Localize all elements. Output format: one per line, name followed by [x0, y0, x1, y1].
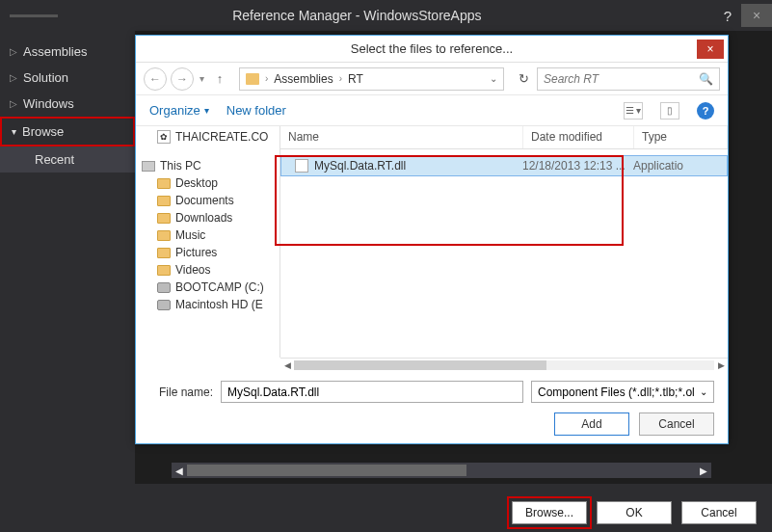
file-filter-dropdown[interactable]: Component Files (*.dll;*.tlb;*.ol ⌄	[531, 381, 714, 403]
caret-right-icon: ▷	[10, 72, 17, 83]
caret-right-icon: ▷	[10, 98, 17, 109]
sidebar-item-assemblies[interactable]: ▷ Assemblies	[0, 39, 135, 65]
file-list: Name Date modified Type MySql.Data.RT.dl…	[280, 126, 728, 358]
drive-icon	[157, 300, 171, 310]
outer-horizontal-scrollbar[interactable]: ◀ ▶	[172, 463, 711, 478]
view-options-button[interactable]: ☰ ▾	[624, 102, 643, 120]
sidebar-item-browse[interactable]: ▾ Browse	[0, 117, 135, 146]
horizontal-scrollbar[interactable]: ◀ ▶	[280, 358, 728, 371]
breadcrumb-segment[interactable]: RT	[348, 72, 363, 86]
folder-icon	[157, 248, 171, 258]
reference-sidebar: ▷ Assemblies ▷ Solution ▷ Windows ▾ Brow…	[0, 31, 135, 484]
file-name: MySql.Data.RT.dll	[314, 159, 522, 173]
chevron-right-icon: ›	[265, 73, 268, 84]
search-icon[interactable]: 🔍	[699, 72, 713, 86]
scroll-right-icon[interactable]: ▶	[696, 466, 711, 476]
file-type: Applicatio	[633, 159, 683, 173]
scroll-left-icon[interactable]: ◀	[280, 360, 294, 370]
chevron-down-icon: ⌄	[700, 386, 707, 397]
tree-item-music[interactable]: Music	[136, 226, 280, 244]
dialog-footer: File name: Component Files (*.dll;*.tlb;…	[136, 371, 728, 445]
file-row[interactable]: MySql.Data.RT.dll 12/18/2013 12:13 ... A…	[280, 155, 728, 176]
dialog-help-button[interactable]: ?	[697, 102, 714, 120]
file-icon	[295, 159, 308, 173]
scroll-thumb[interactable]	[294, 360, 546, 370]
breadcrumb-bar[interactable]: › Assemblies › RT ⌄	[239, 67, 504, 91]
folder-icon	[246, 73, 259, 85]
site-icon: ✿	[157, 130, 171, 144]
new-folder-button[interactable]: New folder	[226, 103, 286, 118]
folder-icon	[157, 230, 171, 241]
browse-button[interactable]: Browse...	[512, 501, 587, 524]
pc-icon	[142, 161, 155, 172]
tree-item-macintosh[interactable]: Macintosh HD (E	[136, 296, 280, 313]
organize-button[interactable]: Organize ▾	[149, 103, 209, 118]
tree-item-bootcamp[interactable]: BOOTCAMP (C:)	[136, 279, 280, 296]
folder-icon	[157, 196, 171, 206]
sidebar-label: Browse	[22, 124, 64, 139]
scroll-left-icon[interactable]: ◀	[172, 466, 187, 476]
col-name[interactable]: Name	[280, 126, 523, 148]
outer-button-bar: Browse... OK Cancel	[0, 501, 772, 524]
sidebar-item-recent[interactable]: Recent	[0, 146, 135, 173]
title-grip	[10, 14, 58, 17]
tree-item-videos[interactable]: Videos	[136, 261, 280, 279]
reference-manager-titlebar: Reference Manager - WindowsStoreApps ? ×	[0, 0, 772, 31]
nav-forward-button[interactable]: →	[171, 67, 194, 91]
window-title: Reference Manager - WindowsStoreApps	[0, 8, 714, 23]
tree-item-thaicreate[interactable]: ✿ THAICREATE.CO	[136, 128, 280, 146]
drive-icon	[157, 282, 171, 293]
sidebar-item-solution[interactable]: ▷ Solution	[0, 65, 135, 91]
nav-up-button[interactable]: ↑	[210, 69, 229, 89]
scroll-right-icon[interactable]: ▶	[714, 360, 728, 370]
scroll-thumb[interactable]	[187, 465, 466, 476]
add-button[interactable]: Add	[554, 412, 629, 436]
file-date: 12/18/2013 12:13 ...	[522, 159, 633, 173]
filename-label: File name:	[149, 386, 213, 399]
folder-icon	[157, 213, 171, 224]
tree-item-this-pc[interactable]: This PC	[136, 157, 280, 174]
sidebar-item-windows[interactable]: ▷ Windows	[0, 91, 135, 117]
dialog-title: Select the files to reference...	[351, 41, 513, 56]
close-button[interactable]: ×	[741, 4, 772, 27]
tree-item-desktop[interactable]: Desktop	[136, 174, 280, 192]
dialog-toolbar: Organize ▾ New folder ☰ ▾ ▯ ?	[136, 95, 728, 126]
folder-icon	[157, 265, 171, 276]
sidebar-label: Windows	[23, 96, 74, 111]
file-open-dialog: Select the files to reference... × ← → ▾…	[135, 35, 729, 444]
breadcrumb-segment[interactable]: Assemblies	[274, 72, 333, 86]
folder-tree: ✿ THAICREATE.CO This PC Desktop Document…	[136, 126, 280, 358]
help-button[interactable]: ?	[714, 8, 741, 24]
caret-down-icon: ▾	[12, 126, 16, 137]
caret-right-icon: ▷	[10, 46, 17, 57]
col-type[interactable]: Type	[634, 126, 728, 148]
search-box[interactable]: 🔍	[537, 67, 720, 91]
dialog-titlebar: Select the files to reference... ×	[136, 36, 728, 63]
refresh-button[interactable]: ↻	[514, 71, 533, 86]
tree-item-documents[interactable]: Documents	[136, 192, 280, 209]
sidebar-label: Assemblies	[23, 44, 87, 59]
ok-button[interactable]: OK	[597, 501, 672, 524]
folder-icon	[157, 178, 171, 189]
search-input[interactable]	[538, 72, 719, 86]
dialog-navbar: ← → ▾ ↑ › Assemblies › RT ⌄ ↻ 🔍	[136, 63, 728, 95]
dialog-close-button[interactable]: ×	[697, 40, 724, 59]
filename-input[interactable]	[221, 381, 523, 403]
chevron-down-icon: ▾	[204, 105, 209, 116]
list-header: Name Date modified Type	[280, 126, 728, 149]
sidebar-label: Solution	[23, 70, 68, 85]
preview-pane-button[interactable]: ▯	[660, 102, 679, 120]
dialog-cancel-button[interactable]: Cancel	[639, 412, 714, 436]
nav-back-button[interactable]: ←	[144, 67, 167, 91]
breadcrumb-dropdown-icon[interactable]: ⌄	[490, 73, 497, 84]
chevron-right-icon: ›	[339, 73, 342, 84]
col-date[interactable]: Date modified	[523, 126, 634, 148]
tree-item-pictures[interactable]: Pictures	[136, 244, 280, 261]
tree-item-downloads[interactable]: Downloads	[136, 209, 280, 226]
cancel-button[interactable]: Cancel	[681, 501, 757, 524]
chevron-down-icon[interactable]: ▾	[198, 73, 206, 84]
